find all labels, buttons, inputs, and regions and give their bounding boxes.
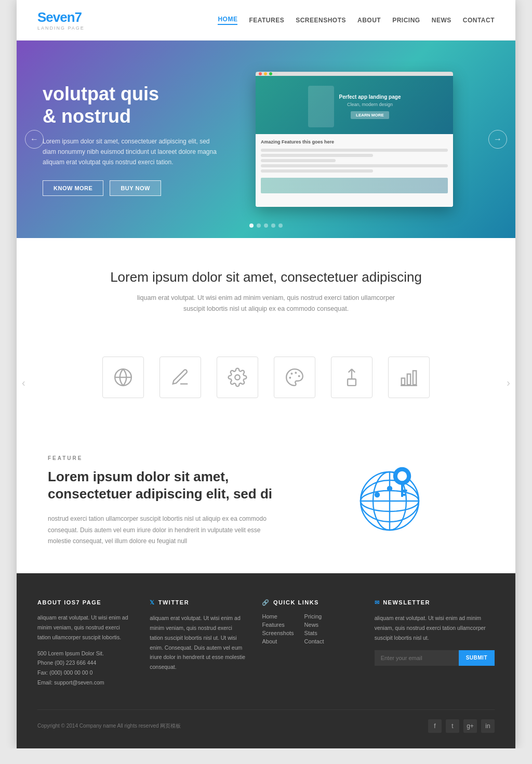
- twitter-icon: 𝕏: [150, 599, 155, 606]
- mockup-top-text: Perfect app landing page Clean, modern d…: [339, 94, 401, 119]
- nav-about[interactable]: ABOUT: [357, 17, 381, 24]
- pencil-icon: [170, 367, 190, 387]
- nav-features[interactable]: FEATURES: [249, 17, 284, 24]
- social-twitter[interactable]: t: [446, 719, 459, 733]
- nav-contact[interactable]: CONTACT: [463, 17, 495, 24]
- footer-links-right: Pricing News Stats Contact: [304, 613, 324, 647]
- svg-point-2: [235, 375, 240, 380]
- footer-twitter-title: 𝕏 TWITTER: [150, 599, 246, 606]
- footer: ABOUT IOS7 PAGE aliquam erat volutpat. U…: [17, 573, 515, 748]
- newsletter-submit-button[interactable]: SUBMIT: [459, 650, 495, 666]
- dot-1[interactable]: [249, 223, 254, 228]
- svg-point-27: [375, 493, 379, 497]
- paint-icon: [285, 367, 304, 387]
- know-more-button[interactable]: KNOW MORE: [43, 180, 103, 196]
- link-about[interactable]: About: [262, 638, 294, 644]
- svg-point-6: [290, 377, 291, 378]
- nav-screenshots[interactable]: SCREENSHOTS: [296, 17, 346, 24]
- svg-rect-11: [348, 379, 356, 386]
- footer-newsletter-title: ✉ NEWSLETTER: [375, 599, 495, 606]
- link-pricing[interactable]: Pricing: [304, 613, 324, 620]
- icon-box-settings[interactable]: [217, 357, 258, 398]
- footer-links-grid: Home Features Screenshots About Pricing …: [262, 613, 358, 647]
- icons-row: [17, 341, 515, 419]
- link-contact[interactable]: Contact: [304, 638, 324, 644]
- logo-number: 7: [75, 9, 82, 25]
- link-icon: 🔗: [262, 599, 270, 606]
- nav-home[interactable]: HOME: [218, 16, 237, 25]
- globe-icon: [113, 367, 133, 387]
- nav-pricing[interactable]: PRICING: [392, 17, 420, 24]
- footer-newsletter-col: ✉ NEWSLETTER aliquam erat volutpat. Ut w…: [375, 599, 495, 694]
- logo-text: Seven7: [37, 9, 85, 25]
- hero-buttons: KNOW MORE BUY NOW: [43, 180, 219, 196]
- mockup-bottom: Amazing Features this goes here: [256, 134, 453, 207]
- link-screenshots[interactable]: Screenshots: [262, 630, 294, 636]
- dot-5[interactable]: [278, 223, 283, 228]
- newsletter-input-row: SUBMIT: [375, 650, 495, 666]
- hero-prev-arrow[interactable]: ←: [25, 130, 44, 149]
- logo-sub: LANDING PAGE: [37, 25, 85, 31]
- icon-box-paint[interactable]: [274, 357, 315, 398]
- icon-box-globe[interactable]: [102, 357, 144, 398]
- footer-about-text: aliquam erat volutpat. Ut wisi enim ad m…: [37, 613, 134, 642]
- svg-point-3: [296, 372, 297, 373]
- tools-icon: [342, 367, 362, 387]
- feature-label: FEATURE: [48, 455, 274, 461]
- link-home[interactable]: Home: [262, 613, 294, 620]
- intro-description: liquam erat volutpat. Ut wisi enim ad mi…: [136, 293, 396, 315]
- footer-quicklinks-col: 🔗 QUICK LINKS Home Features Screenshots …: [262, 599, 358, 694]
- mockup-cta: LEARN MORE: [351, 111, 389, 119]
- hero-section: ← volutpat quis& nostrud Lorem ipsum dol…: [17, 41, 515, 238]
- footer-twitter-col: 𝕏 TWITTER aliquam erat volutpat. Ut wisi…: [150, 599, 246, 694]
- header: Seven7 LANDING PAGE HOME FEATURES SCREEN…: [17, 0, 515, 41]
- footer-quicklinks-title: 🔗 QUICK LINKS: [262, 599, 358, 606]
- feature-section: FEATURE Lorem ipsum dolor sit amet,conse…: [17, 429, 515, 573]
- hero-content: volutpat quis& nostrud Lorem ipsum dolor…: [43, 83, 219, 196]
- svg-point-5: [291, 373, 292, 374]
- mail-icon: ✉: [375, 599, 380, 606]
- chart-icon: [399, 367, 419, 387]
- icon-box-chart[interactable]: [388, 357, 430, 398]
- link-features[interactable]: Features: [262, 622, 294, 628]
- svg-rect-13: [407, 374, 410, 385]
- buy-now-button[interactable]: BUY NOW: [110, 180, 161, 196]
- footer-twitter-text: aliquam erat volutpat. Ut wisi enim ad m…: [150, 613, 246, 672]
- hero-title: volutpat quis& nostrud: [43, 83, 219, 127]
- hero-image: Perfect app landing page Clean, modern d…: [219, 72, 489, 207]
- svg-rect-14: [413, 371, 416, 385]
- feature-right: [295, 455, 484, 538]
- intro-title: Lorem ipsum dolor sit amet, consectetuer…: [37, 269, 495, 285]
- footer-address: 500 Lorem Ipsum Dolor Sit. Phone (00) 22…: [37, 649, 134, 688]
- logo-name: Seven: [37, 9, 75, 25]
- dot-3[interactable]: [264, 223, 268, 228]
- dot-2[interactable]: [257, 223, 261, 228]
- feature-title: Lorem ipsum dolor sit amet,consectetuer …: [48, 468, 274, 504]
- hero-next-arrow[interactable]: →: [488, 130, 507, 149]
- link-news[interactable]: News: [304, 622, 324, 628]
- settings-icon: [228, 367, 247, 387]
- icons-next-arrow[interactable]: ›: [507, 376, 510, 388]
- mockup-top: Perfect app landing page Clean, modern d…: [256, 72, 453, 134]
- hero-description: Lorem ipsum dolor sit amet, consectetuer…: [43, 136, 219, 168]
- intro-section: Lorem ipsum dolor sit amet, consectetuer…: [17, 238, 515, 336]
- svg-point-23: [398, 472, 406, 480]
- icon-box-tools[interactable]: [331, 357, 373, 398]
- feature-globe-icon: [348, 455, 431, 538]
- icons-prev-arrow[interactable]: ‹: [22, 376, 25, 388]
- social-google[interactable]: g+: [463, 719, 477, 733]
- social-linkedin[interactable]: in: [481, 719, 495, 733]
- link-stats[interactable]: Stats: [304, 630, 324, 636]
- svg-point-4: [299, 375, 300, 376]
- icons-section: ‹ ›: [17, 336, 515, 429]
- icon-box-pencil[interactable]: [159, 357, 201, 398]
- main-nav: HOME FEATURES SCREENSHOTS ABOUT PRICING …: [218, 16, 495, 25]
- nav-news[interactable]: NEWS: [432, 17, 451, 24]
- hero-mockup: Perfect app landing page Clean, modern d…: [256, 72, 453, 207]
- feature-left: FEATURE Lorem ipsum dolor sit amet,conse…: [48, 455, 274, 547]
- footer-newsletter-text: aliquam erat volutpat. Ut wisi enim ad m…: [375, 613, 495, 643]
- newsletter-email-input[interactable]: [375, 650, 459, 666]
- social-facebook[interactable]: f: [428, 719, 442, 733]
- mockup-sub: Clean, modern design: [339, 102, 401, 107]
- dot-4[interactable]: [271, 223, 275, 228]
